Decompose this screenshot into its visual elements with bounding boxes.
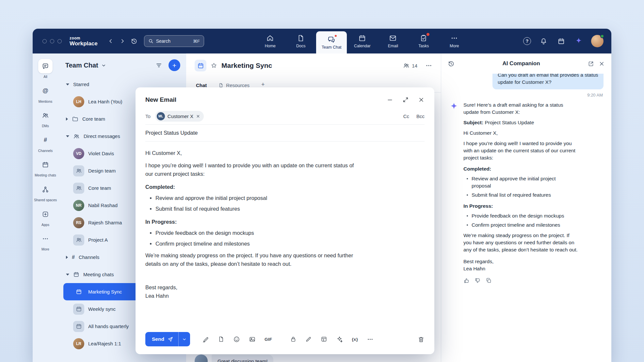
forward-button[interactable] <box>117 36 128 46</box>
rail-meeting-chats[interactable]: Meeting chats <box>33 156 57 179</box>
nav-more[interactable]: More <box>439 29 470 53</box>
email-body-editor[interactable]: Hi Customer X, I hope you’re doing well!… <box>145 142 354 327</box>
window-close-button[interactable] <box>42 39 47 43</box>
window-zoom-button[interactable] <box>57 39 62 43</box>
members-button[interactable]: 14 <box>403 62 417 69</box>
recipients-row[interactable]: To ML Customer X Cc Bcc <box>145 108 425 125</box>
rail-channels[interactable]: # Channels <box>33 131 57 155</box>
rail-mentions[interactable]: @ Mentions <box>33 82 57 105</box>
calendar-icon <box>557 38 565 45</box>
ai-history-button[interactable] <box>448 60 455 67</box>
schedule-button[interactable] <box>556 36 566 46</box>
send-button[interactable]: Send <box>145 332 178 346</box>
image-icon <box>249 336 256 343</box>
chat-message: Great discussion team! <box>195 354 273 362</box>
recipient-chip[interactable]: ML Customer X <box>155 111 204 122</box>
nav-tasks[interactable]: Tasks <box>408 29 439 53</box>
topbar-right-actions: ? <box>523 35 604 47</box>
copy-icon <box>486 278 492 284</box>
avatar: LH <box>73 96 84 107</box>
nav-home[interactable]: Home <box>255 29 285 53</box>
panel-title[interactable]: Team Chat <box>65 62 98 69</box>
gif-button[interactable]: GIF <box>265 337 272 342</box>
minimize-icon <box>387 97 393 103</box>
new-chat-button[interactable]: + <box>169 59 180 71</box>
rail-dms[interactable]: DMs <box>33 107 57 130</box>
remove-recipient-button[interactable] <box>196 114 200 118</box>
send-options-button[interactable] <box>178 332 190 346</box>
attach-file-button[interactable] <box>218 336 224 342</box>
star-button[interactable] <box>211 62 217 69</box>
calendar-icon <box>38 158 53 172</box>
thumbs-down-button[interactable] <box>475 278 481 284</box>
notifications-button[interactable] <box>538 36 549 46</box>
ai-reply-message: Sure! Here’s a draft email asking for a … <box>449 101 604 284</box>
bcc-button[interactable]: Bcc <box>416 113 425 119</box>
ai-sparkle-icon <box>574 37 583 45</box>
emoji-button[interactable] <box>233 336 240 343</box>
expand-button[interactable] <box>402 97 409 103</box>
chevron-left-icon <box>107 38 114 44</box>
help-button[interactable]: ? <box>523 37 531 45</box>
thumbs-up-button[interactable] <box>463 278 470 284</box>
at-icon: @ <box>38 84 53 98</box>
search-input[interactable]: Search ⌘F <box>144 35 204 47</box>
nav-calendar[interactable]: Calendar <box>347 29 378 53</box>
filter-button[interactable] <box>155 62 162 69</box>
caret-right-icon <box>66 256 68 259</box>
minimize-button[interactable] <box>387 97 393 103</box>
modal-controls <box>387 97 425 103</box>
nav-docs[interactable]: Docs <box>285 29 316 53</box>
email-closing: We’re making steady progress on the proj… <box>145 251 354 268</box>
message-timestamp: 9:20 AM <box>450 93 603 98</box>
ai-assist-button[interactable] <box>336 336 343 343</box>
ellipsis-icon <box>425 62 432 69</box>
topbar: zoom Workplace Search ⌘F Home <box>33 29 611 53</box>
avatar: NR <box>73 200 84 211</box>
channel-more-button[interactable] <box>425 62 432 69</box>
variables-button[interactable]: {x} <box>352 337 358 342</box>
search-placeholder: Search <box>156 38 170 44</box>
ai-sparkle-icon <box>449 101 459 284</box>
back-button[interactable] <box>105 36 116 46</box>
help-icon: ? <box>526 38 529 44</box>
nav-team-chat[interactable]: Team Chat <box>316 31 347 53</box>
rail-more[interactable]: More <box>33 230 57 253</box>
rail-apps[interactable]: Apps <box>33 205 57 229</box>
team-icon <box>73 165 84 176</box>
ai-reply-intro: Sure! Here’s a draft email asking for a … <box>463 101 578 116</box>
user-avatar[interactable] <box>591 35 604 47</box>
nav-email[interactable]: Email <box>378 29 408 53</box>
ai-reply-content: Sure! Here’s a draft email asking for a … <box>463 101 578 284</box>
subject-field[interactable]: Project Status Update <box>145 125 425 142</box>
caret-down-icon <box>66 274 69 276</box>
paper-plane-icon <box>168 337 173 342</box>
section-label: Channels <box>79 254 99 260</box>
trash-icon <box>418 336 425 343</box>
close-panel-button[interactable] <box>599 61 605 67</box>
expand-icon <box>402 97 409 103</box>
hash-icon: # <box>72 254 75 260</box>
avatar <box>195 354 208 362</box>
window-minimize-button[interactable] <box>50 39 54 43</box>
chevron-down-icon[interactable] <box>101 63 106 68</box>
encrypt-button[interactable] <box>290 336 297 342</box>
signature-button[interactable] <box>202 336 209 343</box>
copy-button[interactable] <box>486 278 492 284</box>
history-button[interactable] <box>129 36 139 46</box>
open-in-new-window-button[interactable] <box>588 61 594 67</box>
rail-shared-spaces[interactable]: Shared spaces <box>33 181 57 204</box>
more-tools-button[interactable] <box>367 336 374 343</box>
edit-button[interactable] <box>305 336 312 342</box>
people-icon <box>403 62 410 69</box>
close-button[interactable] <box>418 97 425 103</box>
nav-label: More <box>450 44 459 48</box>
discard-draft-button[interactable] <box>418 336 425 343</box>
channel-header: Marketing Sync 14 <box>186 53 441 78</box>
rail-all[interactable]: All <box>33 57 57 81</box>
template-button[interactable] <box>321 336 327 342</box>
cc-button[interactable]: Cc <box>403 113 409 119</box>
ai-panel-header: AI Companion <box>441 53 611 74</box>
ai-companion-button[interactable] <box>573 36 584 46</box>
insert-image-button[interactable] <box>249 336 256 343</box>
